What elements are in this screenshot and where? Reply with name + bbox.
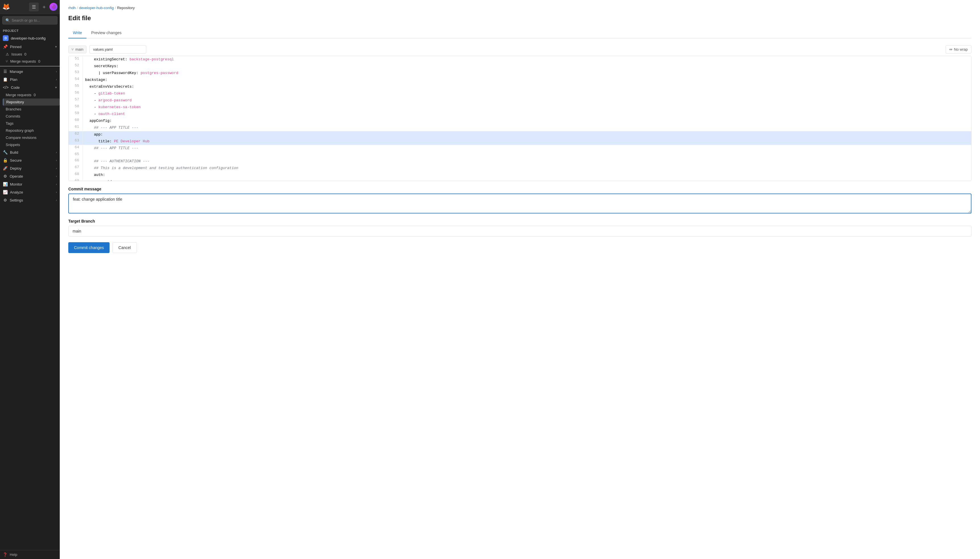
sidebar-header: 🦊 ☰ ＋ 🟣 [0,0,60,14]
sidebar-item-merge-requests[interactable]: ⑂ Merge requests 0 [3,58,60,65]
avatar[interactable]: 🟣 [49,3,58,11]
secure-icon: 🔒 [3,158,8,162]
sidebar-item-manage[interactable]: ☰ Manage › [0,68,60,75]
commit-message-label: Commit message [68,187,972,191]
add-button[interactable]: ＋ [40,2,48,12]
line-number: 58 [69,104,83,111]
sidebar-item-snippets[interactable]: Snippets [3,141,60,148]
line-content[interactable]: ## --- APP TITLE --- [83,124,971,131]
line-content[interactable]: extraEnvVarsSecrets: [83,83,971,90]
sidebar-item-compare-revisions[interactable]: Compare revisions [3,134,60,141]
sidebar-item-tags[interactable]: Tags [3,120,60,127]
table-row: 52 secretKeys: [69,63,971,70]
line-number: 52 [69,63,83,70]
line-number: 61 [69,124,83,131]
chevron-right-icon: › [56,78,57,81]
pin-icon: 📌 [3,45,8,49]
sidebar-item-commits[interactable]: Commits [3,113,60,120]
filename-input[interactable] [89,45,146,53]
search-or-goto[interactable]: 🔍 Search or go to... [2,16,58,25]
search-bar: 🔍 Search or go to... [0,14,60,27]
cancel-button[interactable]: Cancel [112,242,137,253]
table-row: 57 - argocd-password [69,97,971,104]
sidebar-item-merge-requests-code[interactable]: Merge requests 0 [3,91,60,99]
tab-preview-changes[interactable]: Preview changes [86,28,126,38]
code-editor[interactable]: 51 existingSecret: backstage-postgresql5… [68,56,972,181]
breadcrumb-rhdh[interactable]: rhdh [68,6,76,10]
line-content[interactable]: providers: [83,179,971,181]
sidebar-item-build[interactable]: 🔧 Build › [0,148,60,156]
line-content[interactable]: - argocd-password [83,97,971,104]
table-row: 65 [69,152,971,158]
line-number: 65 [69,152,83,158]
sidebar-item-plan[interactable]: 📋 Plan › [0,75,60,83]
commit-changes-button[interactable]: Commit changes [68,242,110,253]
line-content[interactable]: ## --- APP TITLE --- [83,145,971,152]
line-content[interactable]: existingSecret: backstage-postgresql [83,56,971,63]
chevron-right-icon: › [56,182,57,186]
breadcrumb-current: Repository [117,6,135,10]
sidebar-item-settings[interactable]: ⚙ Settings › [0,196,60,204]
nowrap-button[interactable]: ⇔ No wrap [945,45,972,53]
line-number: 63 [69,138,83,145]
line-content[interactable]: title: PE Developer Hub [83,138,971,145]
sidebar-item-repository[interactable]: Repository [3,99,60,106]
monitor-icon: 📊 [3,182,8,187]
sidebar-item-code[interactable]: </> Code ▾ [0,83,60,91]
line-content[interactable]: - oauth-client [83,111,971,117]
chevron-right-icon: › [56,159,57,162]
table-row: 69 providers: [69,179,971,181]
line-content[interactable]: backstage: [83,76,971,83]
line-content[interactable]: appConfig: [83,117,971,124]
line-content[interactable]: app: [83,131,971,138]
line-content[interactable]: - kubernetes-sa-token [83,104,971,111]
tab-write[interactable]: Write [68,28,86,38]
settings-icon: ⚙ [3,198,7,202]
line-content[interactable]: auth: [83,172,971,179]
line-number: 67 [69,165,83,172]
project-link[interactable]: D developer-hub-config [0,33,60,43]
breadcrumb-project[interactable]: developer-hub-config [79,6,114,10]
sidebar-item-monitor[interactable]: 📊 Monitor › [0,180,60,188]
line-number: 51 [69,56,83,63]
sidebar-toggle-button[interactable]: ☰ [29,3,39,12]
divider [0,66,60,66]
target-branch-input[interactable] [68,226,972,237]
sidebar-item-analyze[interactable]: 📈 Analyze › [0,188,60,196]
line-number: 59 [69,111,83,117]
table-row: 51 existingSecret: backstage-postgresql [69,56,971,63]
sidebar-item-operate[interactable]: ⚙ Operate › [0,172,60,180]
line-content[interactable]: - gitlab-token [83,90,971,97]
commit-message-input[interactable] [68,194,972,213]
breadcrumb-sep-2: / [115,6,116,10]
help-icon: ❓ [3,552,7,557]
line-content[interactable]: | userPasswordKey: postgres-password [83,70,971,76]
sidebar-item-issues[interactable]: ⚠ Issues 0 [3,51,60,58]
branch-icon: ⑂ [71,47,74,51]
breadcrumb-sep-1: / [77,6,78,10]
sidebar-item-deploy[interactable]: 🚀 Deploy › [0,164,60,172]
merge-icon: ⑂ [6,59,8,63]
sidebar-item-pinned[interactable]: 📌 Pinned ▾ [0,43,60,51]
line-content[interactable]: ## This is a development and testing aut… [83,165,971,172]
sidebar-top-icons: ☰ ＋ 🟣 [29,2,58,12]
line-content[interactable]: ## --- AUTHENTICATION --- [83,158,971,165]
line-number: 66 [69,158,83,165]
table-row: 64 ## --- APP TITLE --- [69,145,971,152]
line-number: 55 [69,83,83,90]
chevron-right-icon: › [56,150,57,154]
line-number: 57 [69,97,83,104]
chevron-down-icon: ▾ [55,86,57,89]
operate-icon: ⚙ [3,174,7,179]
sidebar-item-secure[interactable]: 🔒 Secure › [0,156,60,164]
sidebar-item-branches[interactable]: Branches [3,106,60,113]
line-content[interactable]: secretKeys: [83,63,971,70]
build-icon: 🔧 [3,150,8,155]
line-number: 60 [69,117,83,124]
line-number: 68 [69,172,83,179]
sidebar-item-help[interactable]: ❓ Help [0,550,60,559]
page-title: Edit file [68,15,972,22]
breadcrumb: rhdh / developer-hub-config / Repository [68,6,972,10]
line-content[interactable] [83,152,971,158]
sidebar-item-repository-graph[interactable]: Repository graph [3,127,60,134]
